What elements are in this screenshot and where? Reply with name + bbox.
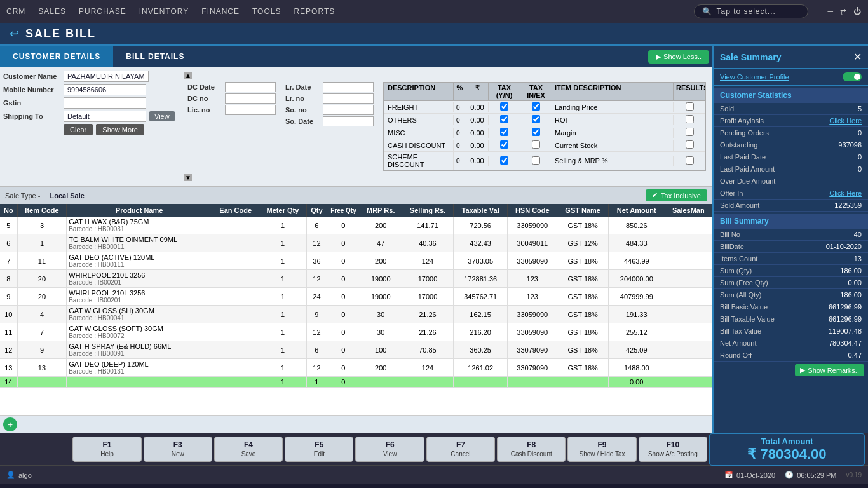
cell-no: 7 xyxy=(0,252,17,270)
stat-value[interactable]: Click Here xyxy=(829,189,862,197)
so-date-input[interactable] xyxy=(323,116,374,126)
desc-taxinex[interactable] xyxy=(520,126,552,139)
desc-val1[interactable] xyxy=(454,140,466,151)
table-row[interactable]: 7 11 GAT DEO (ACTIVE) 120ML Barcode : HB… xyxy=(0,252,712,270)
lr-date-input[interactable] xyxy=(323,82,374,92)
profile-toggle[interactable] xyxy=(843,72,862,81)
scroll-up-btn[interactable]: ▲ xyxy=(184,72,192,79)
cell-ean xyxy=(212,217,259,234)
show-more-button[interactable]: Show More xyxy=(96,124,144,135)
view-profile-link[interactable]: View Customer Profile xyxy=(720,73,789,81)
lic-no-input[interactable] xyxy=(225,105,276,115)
table-row[interactable]: 14 1 1 0 0.00 xyxy=(0,377,712,388)
fn1-button[interactable]: F1 Help xyxy=(72,437,141,463)
desc-taxyn[interactable] xyxy=(489,155,520,167)
customer-details-tab[interactable]: CUSTOMER DETAILS xyxy=(0,46,113,67)
fn9-button[interactable]: F9 Show / Hide Tax xyxy=(567,437,636,463)
customer-name-label: Customer Name xyxy=(3,72,60,80)
table-row[interactable]: 10 4 GAT W GLOSS (SH) 30GM Barcode : HB0… xyxy=(0,306,712,323)
search-box[interactable]: 🔍 Tap to select... xyxy=(694,4,808,18)
desc-item-check[interactable] xyxy=(674,114,705,126)
status-bar: 👤 algo 📅 01-Oct-2020 🕐 06:05:29 PM v0.19 xyxy=(0,465,868,484)
desc-item-check[interactable] xyxy=(674,126,705,139)
undo-icon[interactable]: ↩ xyxy=(10,27,19,41)
fn7-button[interactable]: F7 Cancel xyxy=(426,437,495,463)
fn8-button[interactable]: F8 Cash Discount xyxy=(497,437,566,463)
minimize-icon[interactable]: ─ xyxy=(827,7,834,16)
cell-net-amount: 425.09 xyxy=(608,341,665,359)
bill-details-tab[interactable]: BILL DETAILS xyxy=(113,46,197,67)
cell-free-qty: 0 xyxy=(327,288,360,306)
tax-inclusive-button[interactable]: ✔ Tax Inclusive xyxy=(646,189,707,201)
user-switch-icon[interactable]: ⇄ xyxy=(840,7,847,16)
table-row[interactable]: 9 20 WHIRLPOOL 210L 3256 Barcode : IB002… xyxy=(0,288,712,306)
cell-ean xyxy=(212,288,259,306)
fn4-button[interactable]: F4 Save xyxy=(214,437,283,463)
table-row[interactable]: 11 7 GAT W GLOSS (SOFT) 30GM Barcode : H… xyxy=(0,323,712,341)
show-less-button[interactable]: ▶ Show Less.. xyxy=(648,50,709,64)
cell-no: 13 xyxy=(0,359,17,377)
view-button[interactable]: View xyxy=(149,111,175,121)
add-item-button[interactable]: + xyxy=(3,417,17,431)
nav-finance[interactable]: FINANCE xyxy=(201,7,240,16)
show-remarks-button[interactable]: ▶ Show Remarks.. xyxy=(795,364,864,376)
bill-stat-label: Sum (All Qty) xyxy=(720,291,761,299)
fn3-button[interactable]: F3 New xyxy=(144,437,212,463)
power-icon[interactable]: ⏻ xyxy=(853,7,862,16)
nav-purchase[interactable]: PURCHASE xyxy=(79,7,126,16)
mobile-value[interactable]: 9994586606 xyxy=(64,84,146,95)
desc-item-check[interactable] xyxy=(674,155,705,167)
nav-inventory[interactable]: INVENTORY xyxy=(139,7,189,16)
desc-taxyn[interactable] xyxy=(489,114,520,126)
desc-taxinex[interactable] xyxy=(520,101,552,113)
fn5-button[interactable]: F5 Edit xyxy=(285,437,353,463)
customer-name-value[interactable]: PAZHAMUDIR NILAYAM xyxy=(64,71,149,82)
lr-no-input[interactable] xyxy=(323,93,374,104)
table-row[interactable]: 12 9 GAT H SPRAY (E& HOLD) 66ML Barcode … xyxy=(0,341,712,359)
so-no-input[interactable] xyxy=(323,105,374,115)
desc-taxinex[interactable] xyxy=(520,114,552,126)
col-item-code: Item Code xyxy=(17,204,66,217)
desc-item-check[interactable] xyxy=(674,101,705,113)
desc-val1[interactable] xyxy=(454,102,466,112)
cell-hsn: 123 xyxy=(508,270,557,288)
cell-mrp: 100 xyxy=(360,341,402,359)
gstin-value[interactable] xyxy=(64,97,146,109)
desc-taxyn[interactable] xyxy=(489,139,520,151)
nav-reports[interactable]: REPORTS xyxy=(294,7,335,16)
dc-no-input[interactable] xyxy=(225,93,276,104)
dc-date-input[interactable] xyxy=(225,82,276,92)
table-row[interactable]: 13 13 GAT DEO (DEEP) 120ML Barcode : HB0… xyxy=(0,359,712,377)
fn4-label: Save xyxy=(215,450,282,459)
fn7-key: F7 xyxy=(427,440,494,451)
customer-stat-row: Offer In Click Here xyxy=(714,187,868,200)
col-taxable: Taxable Val xyxy=(454,204,508,217)
nav-tools[interactable]: TOOLS xyxy=(252,7,281,16)
dc-no-label: DC no xyxy=(187,95,222,102)
shipping-value[interactable]: Default xyxy=(64,111,146,122)
scroll-down-btn[interactable]: ▼ xyxy=(184,174,192,181)
desc-val1[interactable] xyxy=(454,128,466,138)
desc-val1[interactable] xyxy=(454,156,466,166)
close-right-panel-button[interactable]: ✕ xyxy=(853,51,862,63)
table-row[interactable]: 6 1 TG BALM WHITE OINMENT 09ML Barcode :… xyxy=(0,234,712,252)
stat-value[interactable]: Click Here xyxy=(829,117,862,125)
table-row[interactable]: 8 20 WHIRLPOOL 210L 3256 Barcode : IB002… xyxy=(0,270,712,288)
clear-button[interactable]: Clear xyxy=(64,124,93,135)
fn6-button[interactable]: F6 View xyxy=(355,437,424,463)
desc-taxyn[interactable] xyxy=(489,126,520,139)
desc-item-check[interactable] xyxy=(674,139,705,151)
fn10-button[interactable]: F10 Show A/c Posting xyxy=(639,437,707,463)
nav-sales[interactable]: SALES xyxy=(38,7,66,16)
cell-item-code: 9 xyxy=(17,341,66,359)
desc-col-results: RESULTS xyxy=(674,83,705,100)
desc-val1[interactable] xyxy=(454,115,466,125)
items-table-container[interactable]: No Item Code Product Name Ean Code Meter… xyxy=(0,204,712,415)
desc-taxyn[interactable] xyxy=(489,101,520,113)
desc-taxinex[interactable] xyxy=(520,139,552,151)
product-name: GAT DEO (ACTIVE) 120ML xyxy=(69,254,210,261)
desc-taxinex[interactable] xyxy=(520,155,552,167)
cell-hsn: 33059090 xyxy=(508,323,557,341)
nav-crm[interactable]: CRM xyxy=(6,7,25,16)
table-row[interactable]: 5 3 GAT H WAX (B&R) 75GM Barcode : HB000… xyxy=(0,217,712,234)
